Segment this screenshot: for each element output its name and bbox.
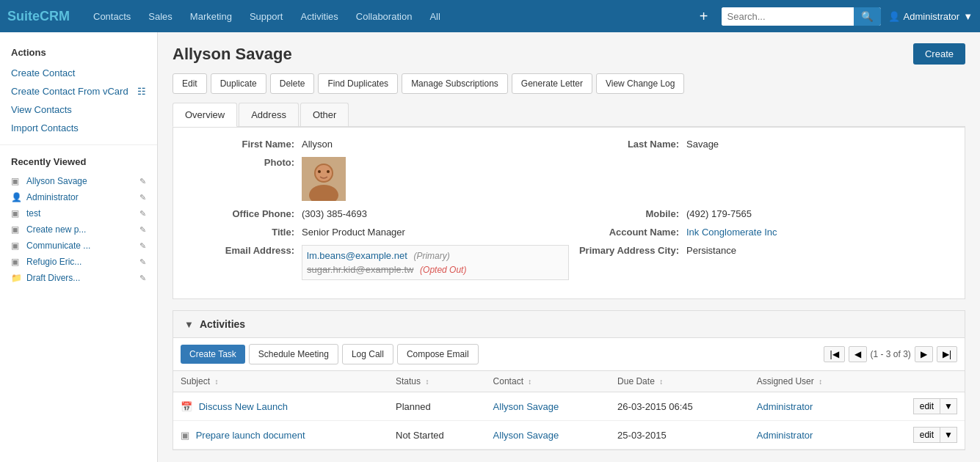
prev-page-button[interactable]: ◀	[849, 346, 867, 362]
actions-cell-2: edit ▼	[874, 421, 965, 450]
create-task-button[interactable]: Create Task	[181, 345, 245, 364]
edit-pencil-icon-3[interactable]: ✎	[139, 209, 146, 219]
subject-link-1[interactable]: Discuss New Launch	[199, 401, 288, 412]
row-prepare-launch: ▣ Prepare launch document Not Started Al…	[173, 421, 965, 450]
svg-point-4	[318, 170, 321, 173]
tab-address[interactable]: Address	[239, 103, 299, 126]
person-icon: 👤	[11, 192, 23, 202]
edit-pencil-icon-7[interactable]: ✎	[139, 274, 146, 283]
assigned-user-cell-2: Administrator	[749, 421, 874, 450]
subject-link-2[interactable]: Prepare launch document	[196, 430, 305, 441]
row-edit-dropdown-1[interactable]: ▼	[940, 398, 957, 414]
manage-subscriptions-button[interactable]: Manage Subscriptions	[402, 73, 508, 94]
compose-email-button[interactable]: Compose Email	[397, 344, 479, 364]
account-name-link[interactable]: Ink Conglomerate Inc	[686, 227, 777, 238]
edit-pencil-icon-5[interactable]: ✎	[139, 241, 146, 251]
meeting-icon-1: 📅	[181, 401, 192, 412]
col-due-date[interactable]: Due Date ↕	[610, 371, 749, 392]
phone-row: Office Phone: (303) 385-4693 Mobile: (49…	[184, 208, 954, 219]
nav-all[interactable]: All	[421, 0, 449, 32]
activities-toolbar: Create Task Schedule Meeting Log Call Co…	[173, 338, 965, 371]
row-edit-button-2[interactable]: edit	[913, 427, 940, 443]
doc-icon-4: ▣	[11, 241, 23, 251]
recent-link-create-new[interactable]: Create new p...	[26, 224, 122, 235]
sort-status-icon: ↕	[425, 378, 429, 386]
mobile-label: Mobile:	[569, 208, 686, 219]
nav-activities[interactable]: Activities	[291, 0, 346, 32]
doc-icon-5: ▣	[11, 257, 23, 267]
log-call-button[interactable]: Log Call	[342, 344, 393, 364]
subject-cell-1: 📅 Discuss New Launch	[173, 392, 388, 421]
action-buttons: Edit Duplicate Delete Find Duplicates Ma…	[173, 73, 965, 94]
tab-overview[interactable]: Overview	[173, 103, 237, 127]
activities-header[interactable]: ▼ Activities	[173, 311, 965, 338]
first-page-button[interactable]: |◀	[824, 346, 844, 362]
view-change-log-button[interactable]: View Change Log	[596, 73, 685, 94]
user-icon: 👤	[888, 11, 900, 22]
recent-link-draft[interactable]: Draft Divers...	[26, 273, 122, 283]
edit-pencil-icon-6[interactable]: ✎	[139, 257, 146, 267]
create-button[interactable]: Create	[913, 43, 965, 65]
create-contact-link[interactable]: Create Contact	[0, 64, 157, 82]
create-from-vcard-link[interactable]: Create Contact From vCard ☷	[0, 82, 157, 100]
subject-cell-2: ▣ Prepare launch document	[173, 421, 388, 450]
col-status[interactable]: Status ↕	[388, 371, 486, 392]
recent-link-refugio[interactable]: Refugio Eric...	[26, 257, 122, 267]
generate-letter-button[interactable]: Generate Letter	[512, 73, 592, 94]
next-page-button[interactable]: ▶	[915, 346, 933, 362]
edit-pencil-icon-2[interactable]: ✎	[139, 193, 146, 202]
email-primary-link[interactable]: lm.beans@example.net	[307, 250, 407, 261]
photo-row: Photo:	[184, 157, 954, 201]
duplicate-button[interactable]: Duplicate	[211, 73, 266, 94]
import-contacts-link[interactable]: Import Contacts	[0, 119, 157, 137]
recent-item-test: ▣ test ✎	[0, 205, 157, 221]
list-view-icon[interactable]: ☷	[137, 86, 146, 97]
delete-button[interactable]: Delete	[270, 73, 315, 94]
search-input[interactable]	[722, 7, 854, 26]
nav-collaboration[interactable]: Collaboration	[347, 0, 421, 32]
email-optout-tag: (Opted Out)	[420, 265, 466, 275]
add-icon[interactable]: +	[694, 8, 714, 25]
edit-pencil-icon-4[interactable]: ✎	[139, 225, 146, 235]
schedule-meeting-button[interactable]: Schedule Meeting	[249, 344, 338, 364]
recent-item-allyson: ▣ Allyson Savage ✎	[0, 173, 157, 189]
office-phone-value: (303) 385-4693	[302, 208, 569, 219]
email-label: Email Address:	[184, 245, 302, 280]
sort-due-date-icon: ↕	[659, 378, 663, 386]
recent-link-communicate[interactable]: Communicate ...	[26, 241, 122, 251]
recent-link-allyson[interactable]: Allyson Savage	[26, 176, 122, 186]
doc-icon-3: ▣	[11, 224, 23, 235]
nav-contacts[interactable]: Contacts	[84, 0, 139, 32]
search-button[interactable]: 🔍	[854, 7, 881, 26]
col-subject[interactable]: Subject ↕	[173, 371, 388, 392]
activities-section: ▼ Activities Create Task Schedule Meetin…	[173, 310, 965, 450]
user-menu[interactable]: 👤 Administrator ▼	[888, 11, 973, 22]
recent-link-admin[interactable]: Administrator	[26, 192, 122, 202]
view-contacts-link[interactable]: View Contacts	[0, 100, 157, 119]
col-actions-header	[874, 371, 965, 392]
row-edit-button-1[interactable]: edit	[913, 398, 940, 414]
tab-other[interactable]: Other	[300, 103, 349, 126]
contact-link-2[interactable]: Allyson Savage	[493, 430, 559, 441]
nav-support[interactable]: Support	[241, 0, 292, 32]
row-edit-dropdown-2[interactable]: ▼	[940, 427, 957, 443]
svg-point-5	[327, 170, 330, 173]
nav-sales[interactable]: Sales	[139, 0, 181, 32]
recent-link-test[interactable]: test	[26, 208, 122, 219]
title-value: Senior Product Manager	[302, 227, 569, 238]
col-contact[interactable]: Contact ↕	[486, 371, 611, 392]
status-cell-2: Not Started	[388, 421, 486, 450]
nav-marketing[interactable]: Marketing	[181, 0, 241, 32]
assigned-user-link-1[interactable]: Administrator	[757, 401, 813, 412]
edit-button[interactable]: Edit	[173, 73, 207, 94]
last-page-button[interactable]: ▶|	[937, 346, 957, 362]
contact-link-1[interactable]: Allyson Savage	[493, 401, 559, 412]
recent-item-create-new: ▣ Create new p... ✎	[0, 221, 157, 238]
edit-pencil-icon[interactable]: ✎	[139, 177, 146, 186]
recent-item-draft: 📁 Draft Divers... ✎	[0, 270, 157, 286]
col-assigned-user[interactable]: Assigned User ↕	[749, 371, 874, 392]
assigned-user-cell-1: Administrator	[749, 392, 874, 421]
app-logo[interactable]: SuiteCRM	[7, 9, 70, 24]
assigned-user-link-2[interactable]: Administrator	[757, 430, 813, 441]
find-duplicates-button[interactable]: Find Duplicates	[318, 73, 398, 94]
